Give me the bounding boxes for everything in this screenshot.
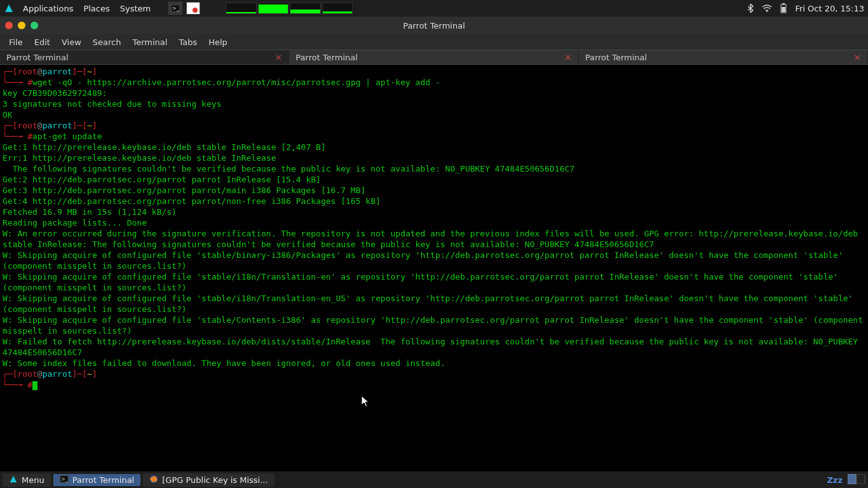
taskbar-terminal[interactable]: >_ Parrot Terminal	[53, 474, 141, 486]
menu-applications[interactable]: Applications	[18, 4, 78, 13]
tab-close-icon[interactable]: ×	[275, 52, 283, 62]
menu-view[interactable]: View	[57, 36, 86, 48]
parrot-logo-icon	[9, 475, 18, 485]
tab-3[interactable]: Parrot Terminal ×	[579, 50, 868, 64]
task-label: [GPG Public Key is Missi...	[162, 475, 268, 485]
menu-places[interactable]: Places	[78, 4, 114, 13]
window-maximize-button[interactable]	[31, 22, 38, 29]
terminal-body[interactable]: ┌─[root@parrot]─[~] └──╼ #wget -qO - htt…	[0, 65, 868, 471]
battery-icon[interactable]	[778, 3, 789, 13]
bottom-panel: Menu >_ Parrot Terminal [GPG Public Key …	[0, 471, 868, 488]
menu-terminal[interactable]: Terminal	[127, 36, 172, 48]
tab-close-icon[interactable]: ×	[564, 52, 572, 62]
terminal-icon: >_	[60, 475, 69, 485]
bluetooth-icon[interactable]	[745, 3, 756, 13]
window-title: Parrot Terminal	[403, 21, 465, 30]
tab-close-icon[interactable]: ×	[853, 52, 861, 62]
titlebar[interactable]: Parrot Terminal	[0, 17, 868, 34]
menu-button[interactable]: Menu	[3, 473, 51, 487]
svg-rect-6	[782, 3, 785, 4]
tab-label: Parrot Terminal	[295, 53, 358, 62]
menu-system[interactable]: System	[115, 4, 156, 13]
menu-file[interactable]: File	[4, 36, 28, 48]
menu-edit[interactable]: Edit	[29, 36, 55, 48]
menubar: File Edit View Search Terminal Tabs Help	[0, 34, 868, 50]
taskbar-browser[interactable]: [GPG Public Key is Missi...	[143, 473, 274, 487]
launcher-terminal-icon[interactable]: >_	[168, 2, 182, 15]
wifi-icon[interactable]	[762, 3, 772, 13]
svg-text:>_: >_	[172, 6, 180, 11]
menu-tabs[interactable]: Tabs	[173, 36, 202, 48]
tab-1[interactable]: Parrot Terminal ×	[0, 50, 289, 64]
svg-rect-7	[782, 7, 785, 12]
window-close-button[interactable]	[5, 22, 13, 29]
workspace-switcher[interactable]	[848, 474, 865, 486]
top-panel: Applications Places System >_ Fri Oct 20…	[0, 0, 868, 17]
tab-2[interactable]: Parrot Terminal ×	[289, 50, 578, 64]
resource-monitor[interactable]	[226, 3, 353, 14]
sleep-indicator[interactable]: Zzz	[827, 475, 843, 485]
launcher-editor-icon[interactable]	[186, 2, 200, 15]
svg-point-4	[766, 11, 768, 12]
svg-point-3	[193, 8, 198, 13]
clock[interactable]: Fri Oct 20, 15:13	[795, 4, 864, 13]
menu-search[interactable]: Search	[88, 36, 126, 48]
tab-label: Parrot Terminal	[6, 53, 69, 62]
firefox-icon	[149, 475, 158, 485]
terminal-window: Parrot Terminal File Edit View Search Te…	[0, 17, 868, 471]
tab-label: Parrot Terminal	[585, 53, 648, 62]
task-label: Parrot Terminal	[72, 475, 135, 485]
tabbar: Parrot Terminal × Parrot Terminal × Parr…	[0, 50, 868, 65]
window-minimize-button[interactable]	[18, 22, 25, 29]
menu-help[interactable]: Help	[203, 36, 233, 48]
menu-label: Menu	[22, 475, 44, 485]
svg-rect-11	[848, 474, 856, 484]
terminal-cursor	[32, 381, 37, 390]
parrot-logo-icon[interactable]	[4, 3, 14, 13]
svg-rect-12	[857, 474, 865, 484]
svg-text:>_: >_	[61, 477, 69, 482]
